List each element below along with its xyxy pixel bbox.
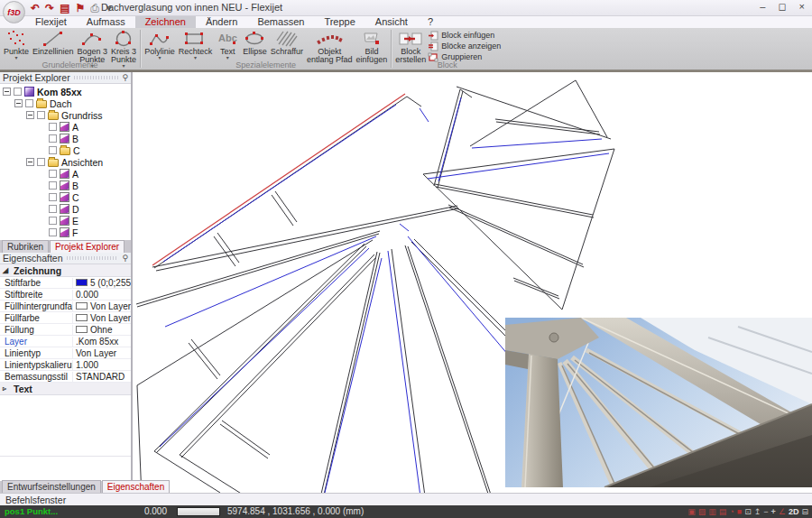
rechteck-button[interactable]: Rechteck ▾	[177, 29, 215, 60]
command-window[interactable]: Befehlsfenster	[0, 493, 812, 505]
bild-einfuegen-button[interactable]: Bild einfügen	[355, 29, 390, 64]
objekt-entlang-pfad-button[interactable]: Objekt entlang Pfad	[305, 29, 355, 64]
collapse-icon[interactable]	[14, 99, 23, 107]
schraffur-button[interactable]: Schraffur	[269, 29, 305, 56]
tree-item-ansicht-c[interactable]: C	[0, 191, 131, 203]
sphere-mode-icon[interactable]: ◔	[729, 507, 734, 516]
tab-entwurfseinstellungen[interactable]: Entwurfseinstellungen	[2, 480, 101, 493]
tree-item-grundriss-c[interactable]: C	[0, 144, 131, 156]
status-input-field[interactable]	[177, 507, 220, 516]
view-icon	[60, 192, 69, 202]
close-button[interactable]: ×	[799, 1, 805, 13]
checkbox[interactable]	[49, 217, 57, 225]
tree-item-grundriss-b[interactable]: B	[0, 133, 131, 144]
text-button[interactable]: Abc Text ▾	[214, 29, 241, 60]
tree-item-grundriss[interactable]: Grundriss	[0, 109, 131, 121]
pin-icon[interactable]: ⚲	[122, 73, 128, 82]
pin-icon[interactable]: ⚲	[122, 254, 128, 263]
block-einfuegen-button[interactable]: Block einfügen	[428, 31, 501, 41]
checkbox[interactable]	[25, 99, 33, 107]
menu-flexijet[interactable]: Flexijet	[25, 16, 77, 28]
section-expanded-icon[interactable]: ◢	[3, 266, 10, 274]
mode-2d-toggle[interactable]: 2D	[789, 507, 799, 516]
level-icon[interactable]: ∠	[779, 507, 786, 516]
tree-item-ansicht-e[interactable]: E	[0, 215, 131, 227]
collapse-icon[interactable]	[3, 88, 11, 96]
block-erstellen-button[interactable]: Block erstellen	[393, 29, 428, 64]
checkbox[interactable]	[49, 146, 57, 154]
tree-item-ansicht-d[interactable]: D	[0, 203, 131, 215]
drawing-canvas[interactable]	[134, 72, 812, 493]
prop-bemassungsstil[interactable]: Bemassungsstil STANDARD	[0, 371, 131, 383]
view-icon	[60, 169, 69, 179]
checkbox[interactable]	[49, 193, 57, 201]
section-text[interactable]: ▹ Text	[0, 383, 131, 395]
tab-eigenschaften[interactable]: Eigenschaften	[102, 480, 170, 493]
print-icon[interactable]: ⎙	[90, 2, 99, 14]
tree-item-root[interactable]: Kom 85xx	[0, 86, 131, 97]
tab-rubriken[interactable]: Rubriken	[2, 240, 49, 253]
prop-linientypskalierung[interactable]: Linientypskalierung 1.000	[0, 359, 131, 371]
snap-center-icon[interactable]: ▥	[708, 507, 716, 516]
solid-block-icon[interactable]: ■	[737, 507, 742, 516]
tab-projekt-explorer[interactable]: Projekt Explorer	[50, 240, 125, 253]
ellipse-button[interactable]: Ellipse	[241, 29, 269, 56]
prop-fuellhintergrundfarbe[interactable]: Füllhintergrundfarbe Von Layer	[0, 301, 131, 312]
checkbox[interactable]	[49, 181, 57, 190]
menu-treppe[interactable]: Treppe	[314, 16, 364, 28]
menu-zeichnen[interactable]: Zeichnen	[135, 16, 196, 28]
checkbox[interactable]	[49, 123, 57, 131]
dropdown-arrow-icon[interactable]: ▾	[158, 56, 161, 60]
checkbox[interactable]	[49, 228, 57, 236]
save-icon[interactable]: ▤	[60, 2, 69, 14]
dropdown-arrow-icon[interactable]: ▾	[194, 56, 197, 60]
undo-icon[interactable]: ↶	[31, 2, 40, 14]
grid-snap-icon[interactable]: ⊡	[744, 507, 752, 516]
maximize-button[interactable]: ◻	[778, 1, 786, 13]
minimize-button[interactable]: –	[760, 1, 765, 13]
monitor-icon[interactable]: ⊟	[801, 507, 808, 516]
menu-aufmass[interactable]: Aufmass	[77, 16, 135, 28]
collapse-icon[interactable]	[26, 158, 34, 166]
collapse-icon[interactable]	[26, 111, 34, 119]
checkbox[interactable]	[49, 134, 57, 143]
tree-item-dach[interactable]: Dach	[0, 97, 131, 109]
zoom-in-icon[interactable]: +	[771, 507, 776, 516]
checkbox[interactable]	[49, 205, 57, 213]
tree-item-ansicht-f[interactable]: F	[0, 227, 131, 238]
punkte-button[interactable]: Punkte ▾	[2, 29, 31, 60]
checkbox[interactable]	[49, 170, 57, 178]
snap-endpoint-icon[interactable]: ▣	[687, 507, 696, 516]
prop-stiftfarbe[interactable]: Stiftfarbe 5 (0;0;255)	[0, 277, 131, 289]
seal-icon[interactable]: ⚑	[75, 2, 85, 14]
menu-ansicht[interactable]: Ansicht	[365, 16, 418, 28]
tree-item-ansichten[interactable]: Ansichten	[0, 156, 131, 168]
plumb-icon[interactable]: ↥	[754, 507, 761, 516]
snap-intersection-icon[interactable]: ▤	[719, 507, 727, 516]
prop-linientyp[interactable]: Linientyp Von Layer	[0, 347, 131, 359]
checkbox[interactable]	[37, 111, 45, 119]
snap-midpoint-icon[interactable]: ▨	[698, 507, 706, 516]
section-collapsed-icon[interactable]: ▹	[3, 384, 10, 393]
tree-item-ansicht-b[interactable]: B	[0, 180, 131, 191]
zoom-out-icon[interactable]: −	[763, 507, 768, 516]
menu-help[interactable]: ?	[418, 16, 443, 28]
dropdown-arrow-icon[interactable]: ▾	[15, 56, 18, 60]
prop-fuellung[interactable]: Füllung Ohne	[0, 324, 131, 336]
section-zeichnung[interactable]: ◢ Zeichnung	[0, 264, 131, 277]
checkbox[interactable]	[14, 88, 22, 96]
bloecke-anzeigen-button[interactable]: Blöcke anzeigen	[428, 42, 501, 51]
prop-fuellfarbe[interactable]: Füllfarbe Von Layer	[0, 312, 131, 324]
redo-icon[interactable]: ↷	[45, 2, 54, 14]
app-logo[interactable]: f3D	[3, 1, 25, 23]
menu-aendern[interactable]: Ändern	[196, 16, 247, 28]
dropdown-arrow-icon[interactable]: ▾	[226, 56, 229, 60]
checkbox[interactable]	[37, 158, 45, 166]
einzellinien-button[interactable]: Einzellinien	[31, 29, 76, 56]
tree-item-ansicht-a[interactable]: A	[0, 168, 131, 180]
prop-stiftbreite[interactable]: Stiftbreite 0.000	[0, 289, 131, 301]
menu-bemassen[interactable]: Bemassen	[247, 16, 314, 28]
tree-item-grundriss-a[interactable]: A	[0, 121, 131, 133]
polylinie-button[interactable]: Polylinie ▾	[143, 29, 177, 60]
prop-layer[interactable]: Layer .Kom 85xx	[0, 336, 131, 347]
